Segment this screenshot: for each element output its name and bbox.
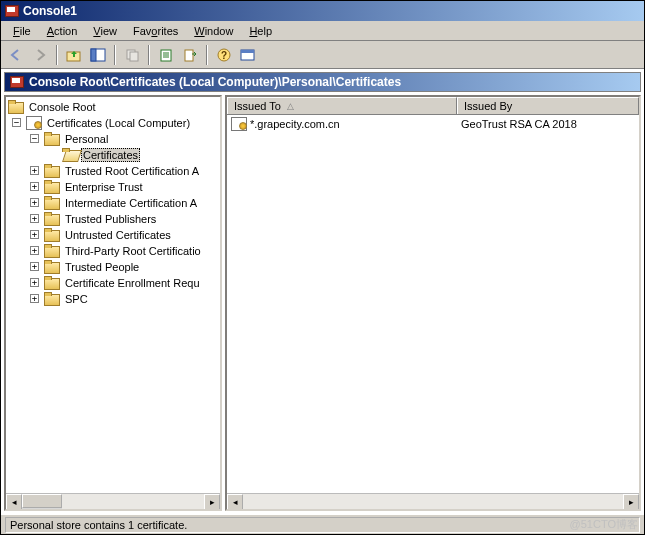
menu-view[interactable]: View (85, 23, 125, 39)
svg-text:?: ? (221, 50, 227, 61)
menu-help[interactable]: Help (241, 23, 280, 39)
scroll-left-button[interactable]: ◂ (6, 494, 22, 510)
menu-action[interactable]: Action (39, 23, 86, 39)
svg-rect-6 (185, 50, 193, 61)
cell-issued-by: GeoTrust RSA CA 2018 (461, 118, 577, 130)
list-body[interactable]: *.grapecity.com.cnGeoTrust RSA CA 2018 (227, 115, 639, 493)
tree-node[interactable]: +SPC (6, 291, 220, 307)
svg-rect-10 (241, 50, 254, 53)
scroll-track[interactable] (243, 494, 623, 509)
copy-icon (125, 48, 139, 62)
scroll-left-button[interactable]: ◂ (227, 494, 243, 510)
folder-icon (44, 132, 60, 146)
folder-icon (44, 292, 60, 306)
expand-icon[interactable]: + (30, 166, 39, 175)
folder-icon (8, 100, 24, 114)
toolbar: ? (1, 41, 644, 69)
folder-icon (44, 244, 60, 258)
tree[interactable]: Console Root − Certificates (Local Compu… (6, 97, 220, 493)
window-icon (240, 48, 256, 62)
tree-horizontal-scrollbar[interactable]: ◂ ▸ (6, 493, 220, 509)
window-title: Console1 (23, 4, 77, 18)
collapse-icon[interactable]: − (12, 118, 21, 127)
expand-icon[interactable]: + (30, 246, 39, 255)
menubar: File Action View Favorites Window Help (1, 21, 644, 41)
tree-node[interactable]: +Intermediate Certification A (6, 195, 220, 211)
statusbar: Personal store contains 1 certificate. (1, 514, 644, 534)
up-level-button[interactable] (63, 44, 85, 66)
arrow-left-icon (9, 48, 23, 62)
arrow-right-icon (33, 48, 47, 62)
inner-titlebar: Console Root\Certificates (Local Compute… (4, 72, 641, 92)
tree-panel: Console Root − Certificates (Local Compu… (4, 95, 222, 511)
tree-node[interactable]: +Third-Party Root Certificatio (6, 243, 220, 259)
collapse-icon[interactable]: − (30, 134, 39, 143)
folder-icon (44, 196, 60, 210)
svg-rect-2 (91, 49, 96, 61)
tree-node[interactable]: +Trusted Publishers (6, 211, 220, 227)
panes-icon (90, 48, 106, 62)
refresh-button[interactable] (155, 44, 177, 66)
folder-icon (44, 260, 60, 274)
list-horizontal-scrollbar[interactable]: ◂ ▸ (227, 493, 639, 509)
certificate-icon (231, 117, 247, 131)
help-button[interactable]: ? (213, 44, 235, 66)
scroll-right-button[interactable]: ▸ (623, 494, 639, 510)
column-issued-to[interactable]: Issued To △ (227, 97, 457, 114)
back-button[interactable] (5, 44, 27, 66)
folder-open-icon (62, 148, 78, 162)
expand-icon[interactable]: + (30, 262, 39, 271)
tree-node[interactable]: +Trusted People (6, 259, 220, 275)
list-panel: Issued To △ Issued By *.grapecity.com.cn… (225, 95, 641, 511)
menu-window[interactable]: Window (186, 23, 241, 39)
folder-icon (44, 164, 60, 178)
tree-node-certificates-local[interactable]: − Certificates (Local Computer) (6, 115, 220, 131)
expand-icon[interactable]: + (30, 278, 39, 287)
tree-node-console-root[interactable]: Console Root (6, 99, 220, 115)
folder-up-icon (66, 48, 82, 62)
forward-button[interactable] (29, 44, 51, 66)
help-icon: ? (217, 48, 231, 62)
toolbar-separator (206, 45, 208, 65)
expand-icon[interactable]: + (30, 214, 39, 223)
tree-node[interactable]: +Trusted Root Certification A (6, 163, 220, 179)
folder-icon (44, 180, 60, 194)
export-icon (183, 48, 197, 62)
show-hide-tree-button[interactable] (87, 44, 109, 66)
list-header: Issued To △ Issued By (227, 97, 639, 115)
tree-node[interactable]: +Enterprise Trust (6, 179, 220, 195)
scroll-right-button[interactable]: ▸ (204, 494, 220, 510)
console-icon (9, 74, 25, 90)
path-text: Console Root\Certificates (Local Compute… (29, 75, 401, 89)
folder-icon (44, 212, 60, 226)
menu-favorites[interactable]: Favorites (125, 23, 186, 39)
scroll-track[interactable] (62, 494, 204, 509)
column-issued-by[interactable]: Issued By (457, 97, 639, 114)
copy-button[interactable] (121, 44, 143, 66)
list-row[interactable]: *.grapecity.com.cnGeoTrust RSA CA 2018 (227, 115, 639, 132)
tree-node[interactable]: +Untrusted Certificates (6, 227, 220, 243)
app-icon (4, 3, 20, 19)
scroll-thumb[interactable] (22, 494, 62, 508)
expand-icon[interactable]: + (30, 198, 39, 207)
export-list-button[interactable] (179, 44, 201, 66)
expand-icon[interactable]: + (30, 182, 39, 191)
tree-node-certificates[interactable]: Certificates (6, 147, 220, 163)
menu-file[interactable]: File (5, 23, 39, 39)
toolbar-separator (114, 45, 116, 65)
cell-issued-to: *.grapecity.com.cn (250, 118, 340, 130)
tree-node[interactable]: +Certificate Enrollment Requ (6, 275, 220, 291)
status-text: Personal store contains 1 certificate. (5, 517, 640, 533)
toolbar-separator (148, 45, 150, 65)
expand-icon[interactable]: + (30, 294, 39, 303)
new-window-button[interactable] (237, 44, 259, 66)
certificate-store-icon (26, 116, 42, 130)
sort-asc-icon: △ (287, 101, 294, 111)
folder-icon (44, 276, 60, 290)
expand-icon[interactable]: + (30, 230, 39, 239)
titlebar: Console1 (1, 1, 644, 21)
tree-node-personal[interactable]: − Personal (6, 131, 220, 147)
main-area: Console Root − Certificates (Local Compu… (4, 95, 641, 511)
folder-icon (44, 228, 60, 242)
toolbar-separator (56, 45, 58, 65)
